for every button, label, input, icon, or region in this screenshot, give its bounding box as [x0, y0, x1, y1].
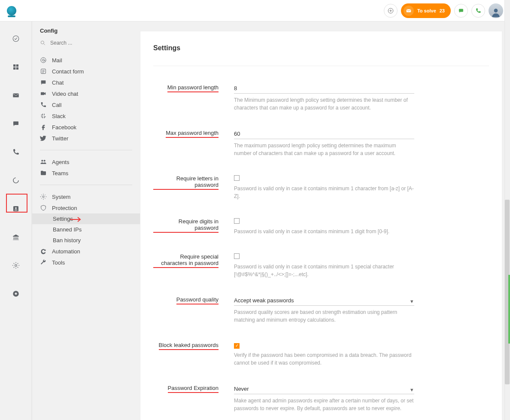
nav-twitter[interactable]: Twitter	[32, 133, 140, 144]
input-max-length[interactable]	[234, 130, 414, 139]
nav-automation[interactable]: Automation	[32, 246, 140, 257]
wrench-icon	[40, 259, 47, 266]
help-min-length: The Minimum password length policy setti…	[234, 96, 414, 112]
scrollbar[interactable]	[504, 0, 510, 420]
sidebar-system: System Protection Settings Banned IPs Ba…	[32, 188, 140, 271]
nav-settings[interactable]: Settings	[32, 213, 140, 224]
label-req-letters: Require letters in password	[153, 175, 234, 190]
svg-rect-21	[41, 92, 44, 95]
to-solve-pill[interactable]: To solve 23	[401, 3, 451, 18]
nav-system[interactable]: System	[32, 191, 140, 202]
nav-label: Ban history	[53, 237, 81, 243]
at-icon	[40, 57, 47, 64]
nav-banned-ips[interactable]: Banned IPs	[32, 224, 140, 235]
svg-point-4	[13, 36, 19, 42]
search-input[interactable]	[50, 40, 132, 46]
nav-ban-history[interactable]: Ban history	[32, 235, 140, 246]
help-block-leaked: Verify if the password has been compromi…	[234, 351, 414, 367]
svg-rect-10	[13, 122, 18, 125]
nav-label: Facebook	[52, 124, 76, 131]
checkbox-req-special[interactable]	[234, 253, 240, 259]
row-req-digits: Require digits in password Password is v…	[153, 218, 489, 235]
nav-contact-form[interactable]: Contact form	[32, 66, 140, 77]
nav-mail[interactable]: Mail	[32, 55, 140, 66]
checkbox-block-leaked[interactable]	[234, 343, 240, 349]
checkbox-req-letters[interactable]	[234, 175, 240, 181]
label-req-digits: Require digits in password	[153, 218, 234, 233]
label-max-length: Max password length	[153, 130, 234, 138]
svg-point-14	[15, 265, 17, 267]
nav-agents[interactable]: Agents	[32, 156, 140, 167]
nav-tools[interactable]: Tools	[32, 257, 140, 268]
page-title: Settings	[153, 44, 489, 52]
svg-rect-8	[16, 67, 18, 70]
nav-facebook[interactable]: Facebook	[32, 122, 140, 133]
nav-slack[interactable]: Slack	[32, 110, 140, 122]
rail-settings[interactable]	[7, 257, 24, 274]
form-icon	[40, 68, 47, 75]
main: Settings Min password length The Minimum…	[140, 21, 510, 420]
topbar: To solve 23	[0, 0, 510, 21]
rail-mail[interactable]	[7, 87, 24, 104]
phone-button[interactable]	[471, 4, 485, 18]
svg-rect-6	[16, 64, 18, 67]
select-expiration[interactable]	[234, 385, 414, 394]
sidebar-search[interactable]	[32, 38, 140, 51]
rail-bank[interactable]	[7, 228, 24, 246]
topbar-right: To solve 23	[384, 3, 503, 18]
select-quality[interactable]	[234, 296, 414, 306]
slack-icon	[40, 113, 47, 119]
nav-label: Twitter	[52, 135, 68, 142]
svg-point-11	[13, 178, 18, 183]
svg-point-24	[42, 196, 44, 198]
nav-label: Call	[52, 102, 61, 108]
to-solve-label: To solve	[417, 8, 436, 13]
config-sidebar: Config Mail Contact form Chat Video chat…	[32, 21, 140, 420]
nav-label: Protection	[52, 205, 77, 211]
nav-call[interactable]: Call	[32, 99, 140, 110]
nav-label: Teams	[52, 170, 68, 177]
grid-icon	[12, 63, 20, 71]
search-icon	[40, 40, 46, 46]
rail-chat[interactable]	[7, 115, 24, 132]
rail-dashboard[interactable]	[7, 58, 24, 76]
twitter-icon	[40, 135, 47, 142]
sidebar-title: Config	[32, 27, 140, 34]
svg-point-17	[41, 58, 46, 63]
bank-icon	[12, 233, 20, 241]
to-solve-count: 23	[440, 8, 445, 13]
scrollbar-marker	[508, 275, 510, 344]
nav-label: Mail	[52, 57, 62, 64]
shield-icon	[40, 204, 47, 211]
mail-circle	[404, 6, 414, 16]
rail-loading[interactable]	[7, 172, 24, 189]
rail-star[interactable]	[7, 285, 24, 302]
help-req-special: Password is valid only in case it contai…	[234, 263, 414, 278]
help-expiration: Make agent and admin passwords expire af…	[234, 397, 414, 412]
chat-icon	[458, 8, 464, 14]
rail-phone[interactable]	[7, 143, 24, 161]
phone-icon	[12, 148, 20, 156]
add-button[interactable]	[384, 4, 398, 18]
nav-label: Agents	[52, 159, 69, 165]
nav-teams[interactable]: Teams	[32, 167, 140, 179]
avatar[interactable]	[489, 3, 503, 18]
checkbox-req-digits[interactable]	[234, 218, 240, 224]
chat-button[interactable]	[454, 4, 468, 18]
panel-divider	[153, 66, 489, 66]
label-block-leaked: Block leaked passwords	[153, 342, 234, 350]
logo	[7, 6, 16, 15]
input-min-length[interactable]	[234, 84, 414, 94]
rail-approve[interactable]	[7, 30, 24, 47]
nav-protection[interactable]: Protection	[32, 202, 140, 213]
phone-icon	[475, 8, 481, 14]
gear-icon	[40, 193, 47, 200]
sidebar-channels: Mail Contact form Chat Video chat Call S…	[32, 51, 140, 147]
nav-video-chat[interactable]: Video chat	[32, 88, 140, 99]
svg-rect-9	[13, 94, 19, 97]
label-min-length: Min password length	[153, 84, 234, 92]
layout: Config Mail Contact form Chat Video chat…	[0, 21, 510, 420]
nav-chat[interactable]: Chat	[32, 77, 140, 88]
rail-contacts[interactable]	[7, 200, 24, 217]
label-quality: Password quality	[153, 296, 234, 304]
